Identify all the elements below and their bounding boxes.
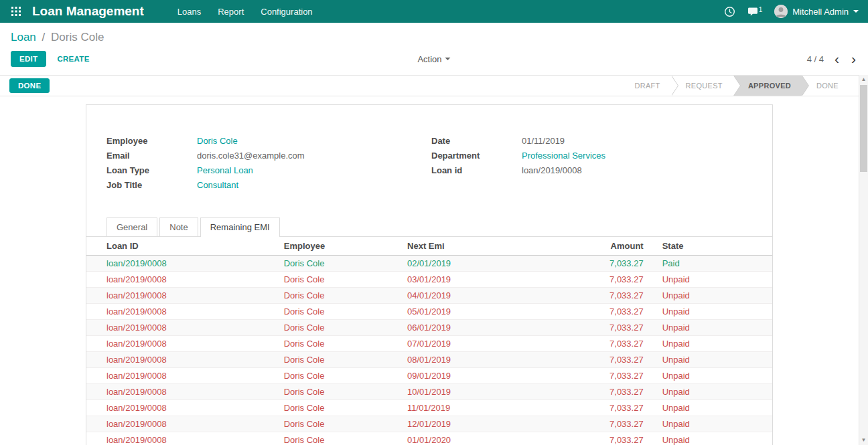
cell-state[interactable]: Unpaid (649, 288, 772, 304)
cell-amount[interactable]: 7,033.27 (587, 432, 649, 445)
cell-next-emi[interactable]: 04/01/2019 (402, 288, 587, 304)
cell-employee[interactable]: Doris Cole (279, 272, 402, 288)
cell-next-emi[interactable]: 09/01/2019 (402, 368, 587, 384)
table-row[interactable]: loan/2019/0008Doris Cole03/01/20197,033.… (86, 272, 772, 288)
cell-employee[interactable]: Doris Cole (279, 368, 402, 384)
cell-state[interactable]: Unpaid (649, 320, 772, 336)
col-header-state[interactable]: State (649, 237, 772, 256)
cell-state[interactable]: Unpaid (649, 304, 772, 320)
cell-loan-id[interactable]: loan/2019/0008 (86, 336, 279, 352)
cell-amount[interactable]: 7,033.27 (587, 352, 649, 368)
messages-icon[interactable]: 1 (747, 7, 763, 17)
menu-configuration[interactable]: Configuration (261, 7, 312, 17)
cell-next-emi[interactable]: 07/01/2019 (402, 336, 587, 352)
tab-remaining-emi[interactable]: Remaining EMI (200, 217, 280, 237)
cell-employee[interactable]: Doris Cole (279, 320, 402, 336)
cell-next-emi[interactable]: 02/01/2019 (402, 256, 587, 272)
field-value-employee[interactable]: Doris Cole (197, 136, 238, 146)
table-row[interactable]: loan/2019/0008Doris Cole08/01/20197,033.… (86, 352, 772, 368)
app-title[interactable]: Loan Management (32, 4, 144, 19)
apps-menu-icon[interactable] (0, 0, 32, 23)
cell-loan-id[interactable]: loan/2019/0008 (86, 416, 279, 432)
cell-state[interactable]: Unpaid (649, 384, 772, 400)
cell-amount[interactable]: 7,033.27 (587, 272, 649, 288)
table-row[interactable]: loan/2019/0008Doris Cole04/01/20197,033.… (86, 288, 772, 304)
cell-next-emi[interactable]: 05/01/2019 (402, 304, 587, 320)
cell-next-emi[interactable]: 06/01/2019 (402, 320, 587, 336)
user-menu[interactable]: Mitchell Admin (774, 5, 859, 18)
cell-loan-id[interactable]: loan/2019/0008 (86, 432, 279, 445)
scroll-up-icon[interactable]: ▲ (859, 75, 868, 84)
table-row[interactable]: loan/2019/0008Doris Cole10/01/20197,033.… (86, 384, 772, 400)
field-value-loan-type[interactable]: Personal Loan (197, 165, 253, 175)
cell-amount[interactable]: 7,033.27 (587, 256, 649, 272)
table-row[interactable]: loan/2019/0008Doris Cole05/01/20197,033.… (86, 304, 772, 320)
create-button[interactable]: CREATE (57, 55, 89, 63)
table-row[interactable]: loan/2019/0008Doris Cole11/01/20197,033.… (86, 400, 772, 416)
field-value-department[interactable]: Professional Services (522, 151, 605, 161)
col-header-employee[interactable]: Employee (279, 237, 402, 256)
cell-loan-id[interactable]: loan/2019/0008 (86, 352, 279, 368)
table-row[interactable]: loan/2019/0008Doris Cole06/01/20197,033.… (86, 320, 772, 336)
vertical-scrollbar[interactable]: ▲ ▼ (859, 75, 868, 445)
cell-loan-id[interactable]: loan/2019/0008 (86, 288, 279, 304)
cell-employee[interactable]: Doris Cole (279, 400, 402, 416)
cell-state[interactable]: Unpaid (649, 432, 772, 445)
cell-amount[interactable]: 7,033.27 (587, 320, 649, 336)
cell-amount[interactable]: 7,033.27 (587, 400, 649, 416)
table-row[interactable]: loan/2019/0008Doris Cole12/01/20197,033.… (86, 416, 772, 432)
cell-next-emi[interactable]: 01/01/2020 (402, 432, 587, 445)
cell-loan-id[interactable]: loan/2019/0008 (86, 320, 279, 336)
cell-employee[interactable]: Doris Cole (279, 432, 402, 445)
col-header-amount[interactable]: Amount (587, 237, 649, 256)
cell-employee[interactable]: Doris Cole (279, 384, 402, 400)
cell-loan-id[interactable]: loan/2019/0008 (86, 384, 279, 400)
cell-state[interactable]: Unpaid (649, 336, 772, 352)
status-step-request[interactable]: REQUEST (671, 76, 733, 96)
menu-loans[interactable]: Loans (177, 7, 201, 17)
col-header-loan-id[interactable]: Loan ID (86, 237, 279, 256)
table-row[interactable]: loan/2019/0008Doris Cole09/01/20197,033.… (86, 368, 772, 384)
edit-button[interactable]: EDIT (11, 51, 46, 67)
cell-employee[interactable]: Doris Cole (279, 416, 402, 432)
cell-next-emi[interactable]: 12/01/2019 (402, 416, 587, 432)
action-dropdown[interactable]: Action (417, 54, 450, 64)
field-value-job-title[interactable]: Consultant (197, 180, 238, 190)
cell-employee[interactable]: Doris Cole (279, 352, 402, 368)
cell-employee[interactable]: Doris Cole (279, 256, 402, 272)
scrollbar-thumb[interactable] (860, 85, 867, 172)
cell-state[interactable]: Unpaid (649, 368, 772, 384)
cell-employee[interactable]: Doris Cole (279, 336, 402, 352)
status-step-approved[interactable]: APPROVED (733, 76, 802, 96)
cell-amount[interactable]: 7,033.27 (587, 304, 649, 320)
activities-clock-icon[interactable] (724, 6, 735, 17)
status-step-draft[interactable]: DRAFT (620, 76, 670, 96)
cell-loan-id[interactable]: loan/2019/0008 (86, 272, 279, 288)
cell-next-emi[interactable]: 08/01/2019 (402, 352, 587, 368)
cell-state[interactable]: Unpaid (649, 352, 772, 368)
cell-loan-id[interactable]: loan/2019/0008 (86, 256, 279, 272)
table-row[interactable]: loan/2019/0008Doris Cole02/01/20197,033.… (86, 256, 772, 272)
cell-loan-id[interactable]: loan/2019/0008 (86, 368, 279, 384)
cell-state[interactable]: Unpaid (649, 416, 772, 432)
table-row[interactable]: loan/2019/0008Doris Cole01/01/20207,033.… (86, 432, 772, 445)
cell-loan-id[interactable]: loan/2019/0008 (86, 304, 279, 320)
breadcrumb-parent-link[interactable]: Loan (11, 31, 36, 43)
cell-next-emi[interactable]: 03/01/2019 (402, 272, 587, 288)
cell-amount[interactable]: 7,033.27 (587, 368, 649, 384)
col-header-next-emi[interactable]: Next Emi (402, 237, 587, 256)
cell-amount[interactable]: 7,033.27 (587, 288, 649, 304)
cell-loan-id[interactable]: loan/2019/0008 (86, 400, 279, 416)
cell-employee[interactable]: Doris Cole (279, 304, 402, 320)
scroll-down-icon[interactable]: ▼ (859, 436, 868, 445)
done-button[interactable]: DONE (9, 78, 50, 93)
menu-report[interactable]: Report (218, 7, 244, 17)
cell-amount[interactable]: 7,033.27 (587, 416, 649, 432)
cell-state[interactable]: Unpaid (649, 400, 772, 416)
pager-next-icon[interactable]: › (850, 53, 857, 65)
cell-amount[interactable]: 7,033.27 (587, 384, 649, 400)
pager-previous-icon[interactable]: ‹ (833, 53, 841, 65)
tab-note[interactable]: Note (159, 217, 198, 236)
table-row[interactable]: loan/2019/0008Doris Cole07/01/20197,033.… (86, 336, 772, 352)
cell-employee[interactable]: Doris Cole (279, 288, 402, 304)
